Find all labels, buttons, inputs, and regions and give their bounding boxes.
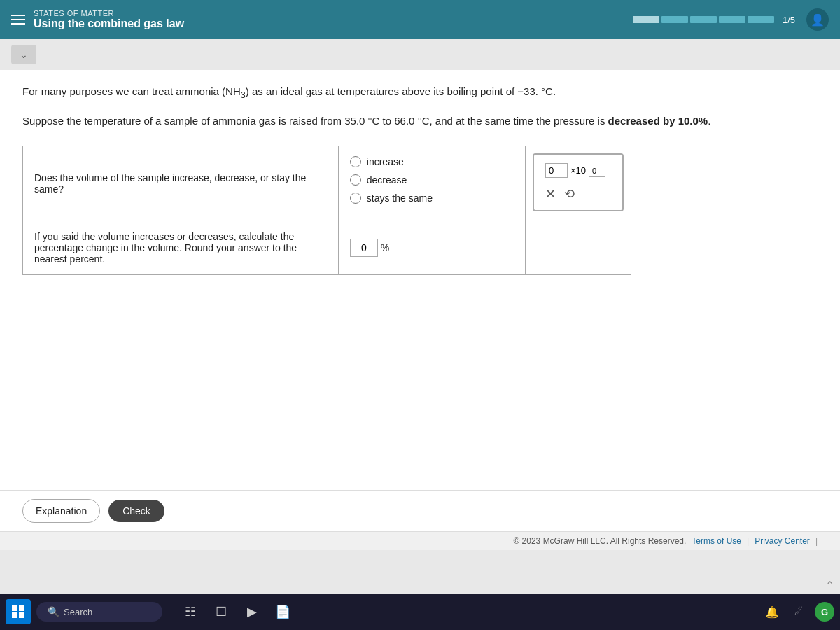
percent-input[interactable]: [350, 239, 378, 257]
radio-decrease[interactable]: [350, 174, 361, 186]
header-bar: STATES OF MATTER Using the combined gas …: [0, 0, 840, 39]
taskbar-icon-widgets[interactable]: ☷: [179, 601, 202, 623]
taskbar-right: 🔔 ☄ G: [762, 601, 834, 622]
check-button[interactable]: Check: [108, 500, 164, 522]
close-icon[interactable]: ✕: [545, 186, 556, 202]
question-2-text: If you said the volume increases or decr…: [34, 231, 297, 265]
search-icon: 🔍: [48, 606, 59, 617]
radio-increase[interactable]: [350, 156, 361, 167]
taskbar-icon-files[interactable]: 📄: [272, 601, 294, 623]
scenario-text: Suppose the temperature of a sample of a…: [22, 113, 818, 130]
footer-divider: |: [747, 536, 749, 546]
menu-icon[interactable]: [11, 15, 25, 24]
mantissa-input[interactable]: [545, 163, 568, 178]
header-subtitle: STATES OF MATTER: [34, 9, 184, 18]
taskbar-icon-camera[interactable]: ▶: [241, 601, 263, 623]
progress-seg-3: [690, 16, 717, 23]
progress-segments: [633, 16, 774, 23]
main-content: For many purposes we can treat ammonia (…: [0, 70, 840, 490]
taskbar-icon-browser[interactable]: ☐: [210, 601, 232, 623]
option-stays-same-label[interactable]: stays the same: [367, 192, 433, 204]
option-increase: increase: [350, 156, 514, 167]
screen-icon[interactable]: ☄: [788, 601, 809, 622]
radio-stays-same[interactable]: [350, 192, 361, 204]
question-2-cell: If you said the volume increases or decr…: [23, 221, 339, 275]
percent-label: %: [381, 242, 389, 253]
progress-seg-5: [748, 16, 774, 23]
taskbar: 🔍 Search ☷ ☐ ▶ 📄 🔔 ☄ G: [0, 594, 840, 630]
taskbar-search-bar[interactable]: 🔍 Search: [36, 602, 162, 622]
option-decrease: decrease: [350, 174, 514, 186]
terms-link[interactable]: Terms of Use: [692, 536, 741, 546]
empty-cell: [525, 221, 631, 275]
x10-row: ×10: [545, 163, 611, 178]
notification-icon[interactable]: 🔔: [762, 601, 783, 622]
copyright-text: © 2023 McGraw Hill LLC. All Rights Reser…: [513, 536, 686, 546]
x10-symbol: ×10: [570, 165, 586, 176]
green-circle-icon[interactable]: G: [815, 602, 834, 622]
progress-seg-2: [662, 16, 688, 23]
percent-input-cell: %: [338, 221, 525, 275]
search-text: Search: [64, 607, 92, 617]
option-increase-label[interactable]: increase: [367, 156, 404, 167]
footer-divider-2: |: [816, 536, 818, 546]
header-text: STATES OF MATTER Using the combined gas …: [34, 9, 184, 30]
progress-bar-container: 1/5 👤: [633, 8, 829, 31]
header-title: Using the combined gas law: [34, 18, 184, 30]
start-button[interactable]: [6, 599, 31, 624]
progress-seg-1: [633, 16, 659, 23]
chevron-down-icon: ⌄: [20, 49, 28, 60]
profile-icon-btn[interactable]: 👤: [806, 8, 829, 31]
svg-rect-0: [12, 606, 18, 611]
footer-bar: © 2023 McGraw Hill LLC. All Rights Reser…: [0, 531, 840, 550]
svg-rect-2: [12, 612, 18, 618]
question-table: Does the volume of the sample increase, …: [22, 146, 631, 275]
taskbar-icon-group: ☷ ☐ ▶ 📄: [179, 601, 294, 623]
option-decrease-label[interactable]: decrease: [367, 174, 407, 186]
question-1-cell: Does the volume of the sample increase, …: [23, 146, 339, 221]
exponent-input[interactable]: [589, 164, 606, 177]
explanation-button[interactable]: Explanation: [22, 499, 100, 523]
privacy-link[interactable]: Privacy Center: [755, 536, 810, 546]
options-cell: increase decrease stays the same: [338, 146, 525, 221]
bottom-bar: Explanation Check: [0, 490, 840, 531]
percent-input-wrap: %: [350, 239, 514, 257]
x10-panel-cell: ×10 ✕ ⟲: [525, 146, 631, 221]
x10-input-panel: ×10 ✕ ⟲: [533, 153, 624, 211]
windows-logo-icon: [11, 605, 25, 619]
svg-rect-1: [19, 606, 24, 611]
progress-seg-4: [719, 16, 746, 23]
option-stays-same: stays the same: [350, 192, 514, 204]
undo-icon[interactable]: ⟲: [564, 186, 575, 202]
svg-rect-3: [19, 612, 24, 618]
collapse-button[interactable]: ⌄: [11, 45, 36, 64]
chevron-up-icon[interactable]: ⌃: [825, 579, 834, 592]
intro-text: For many purposes we can treat ammonia (…: [22, 84, 818, 102]
question-1-text: Does the volume of the sample increase, …: [34, 172, 306, 195]
progress-label: 1/5: [783, 15, 795, 25]
icon-btn-row: ✕ ⟲: [545, 186, 611, 202]
